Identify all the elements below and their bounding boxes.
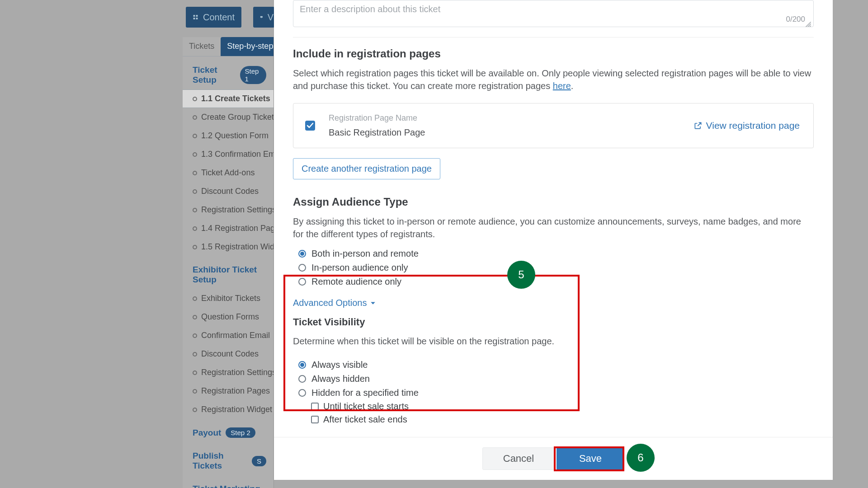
ticket-modal: Enter a description about this ticket 0/… bbox=[274, 0, 833, 480]
divider bbox=[293, 37, 814, 38]
visibility-hidden-time[interactable]: Hidden for a specified time bbox=[293, 386, 814, 400]
audience-radio-group: Both in-person and remote In-person audi… bbox=[293, 247, 814, 289]
svg-rect-2 bbox=[193, 18, 195, 19]
create-another-registration-page-button[interactable]: Create another registration page bbox=[293, 158, 440, 179]
sidebar-item-registration-widget[interactable]: 1.5 Registration Widget bbox=[183, 238, 274, 256]
registration-page-label: Registration Page Name bbox=[329, 113, 680, 123]
sidebar-item-ex-reg-settings[interactable]: Registration Settings bbox=[183, 363, 274, 382]
include-heading: Include in registration pages bbox=[293, 47, 814, 60]
visibility-radio-group: Always visible Always hidden Hidden for … bbox=[293, 358, 814, 426]
visibility-always-hidden[interactable]: Always hidden bbox=[293, 372, 814, 386]
sidebar-tab-tickets[interactable]: Tickets bbox=[183, 37, 221, 56]
svg-rect-4 bbox=[260, 16, 263, 18]
assign-audience-description: By assigning this ticket to in-person or… bbox=[293, 216, 802, 240]
sidebar-item-ex-discount[interactable]: Discount Codes bbox=[183, 345, 274, 363]
content-nav-label: Content bbox=[203, 12, 235, 23]
visibility-heading: Ticket Visibility bbox=[293, 316, 814, 328]
sidebar: Tickets Step-by-step Ticket Setup Step 1… bbox=[183, 37, 274, 488]
description-placeholder: Enter a description about this ticket bbox=[300, 4, 440, 14]
advanced-options-toggle[interactable]: Advanced Options bbox=[293, 289, 814, 316]
step-badge-2: Step 2 bbox=[226, 427, 255, 438]
sidebar-section-publish: Publish Tickets S bbox=[183, 442, 274, 475]
sidebar-item-exhibitor-tickets[interactable]: Exhibitor Tickets bbox=[183, 289, 274, 308]
caret-down-icon bbox=[370, 300, 376, 306]
resize-handle-icon[interactable] bbox=[805, 19, 811, 26]
view-registration-page-link[interactable]: View registration page bbox=[693, 120, 800, 131]
registration-page-card: Registration Page Name Basic Registratio… bbox=[293, 103, 814, 148]
sidebar-item-create-tickets[interactable]: 1.1 Create Tickets bbox=[183, 89, 274, 108]
description-counter: 0/200 bbox=[786, 15, 805, 24]
assign-audience-heading: Assign Audience Type bbox=[293, 196, 814, 208]
audience-both[interactable]: Both in-person and remote bbox=[293, 247, 814, 261]
sidebar-item-discount-codes[interactable]: Discount Codes bbox=[183, 182, 274, 201]
svg-rect-3 bbox=[196, 18, 198, 19]
sidebar-item-question-form[interactable]: 1.2 Question Form bbox=[183, 127, 274, 145]
sidebar-item-ex-reg-pages[interactable]: Registration Pages bbox=[183, 382, 274, 400]
audience-inperson[interactable]: In-person audience only bbox=[293, 261, 814, 275]
include-description: Select which registration pages this tic… bbox=[293, 67, 814, 92]
svg-rect-5 bbox=[261, 18, 262, 19]
description-textarea[interactable]: Enter a description about this ticket 0/… bbox=[293, 0, 814, 27]
visibility-description: Determine when this ticket will be visib… bbox=[293, 335, 814, 348]
grid-icon bbox=[193, 13, 198, 22]
visibility-until-sale-start[interactable]: Until ticket sale starts bbox=[293, 400, 814, 413]
sidebar-section-payout: Payout Step 2 bbox=[183, 419, 274, 442]
sidebar-item-addons[interactable]: Ticket Add-ons bbox=[183, 164, 274, 182]
svg-rect-1 bbox=[196, 15, 198, 17]
content-nav-button[interactable]: Content bbox=[186, 7, 241, 28]
sidebar-item-group-tickets[interactable]: Create Group Tickets bbox=[183, 108, 274, 127]
step-badge-3: S bbox=[252, 456, 266, 466]
sidebar-item-registration-settings[interactable]: Registration Settings bbox=[183, 201, 274, 219]
annotation-number-5: 5 bbox=[507, 261, 535, 289]
annotation-number-6: 6 bbox=[627, 444, 655, 472]
here-link[interactable]: here bbox=[553, 81, 571, 91]
modal-footer: Cancel Save bbox=[274, 437, 833, 480]
svg-rect-0 bbox=[193, 15, 195, 17]
sidebar-section-marketing: Ticket Marketing bbox=[183, 475, 274, 488]
sidebar-item-ex-confirmation[interactable]: Confirmation Email bbox=[183, 326, 274, 345]
visibility-always-visible[interactable]: Always visible bbox=[293, 358, 814, 372]
desktop-icon bbox=[260, 13, 263, 22]
sidebar-section-exhibitor: Exhibitor Ticket Setup bbox=[183, 256, 274, 289]
step-badge-1: Step 1 bbox=[240, 66, 266, 84]
sidebar-section-ticket-setup: Ticket Setup Step 1 bbox=[183, 56, 274, 89]
registration-page-checkbox[interactable] bbox=[305, 121, 315, 131]
preview-nav-button[interactable]: V bbox=[253, 7, 274, 28]
sidebar-item-ex-reg-widget[interactable]: Registration Widget bbox=[183, 400, 274, 419]
sidebar-tab-step-by-step[interactable]: Step-by-step bbox=[221, 37, 274, 56]
audience-remote[interactable]: Remote audience only bbox=[293, 275, 814, 289]
external-link-icon bbox=[693, 121, 703, 130]
registration-page-name: Basic Registration Page bbox=[329, 127, 680, 138]
visibility-after-sale-ends[interactable]: After ticket sale ends bbox=[293, 413, 814, 426]
sidebar-item-registration-page[interactable]: 1.4 Registration Page bbox=[183, 219, 274, 238]
sidebar-item-confirmation-email[interactable]: 1.3 Confirmation Email bbox=[183, 145, 274, 164]
save-button[interactable]: Save bbox=[557, 447, 624, 470]
sidebar-item-ex-question-forms[interactable]: Question Forms bbox=[183, 308, 274, 326]
cancel-button[interactable]: Cancel bbox=[482, 447, 555, 470]
